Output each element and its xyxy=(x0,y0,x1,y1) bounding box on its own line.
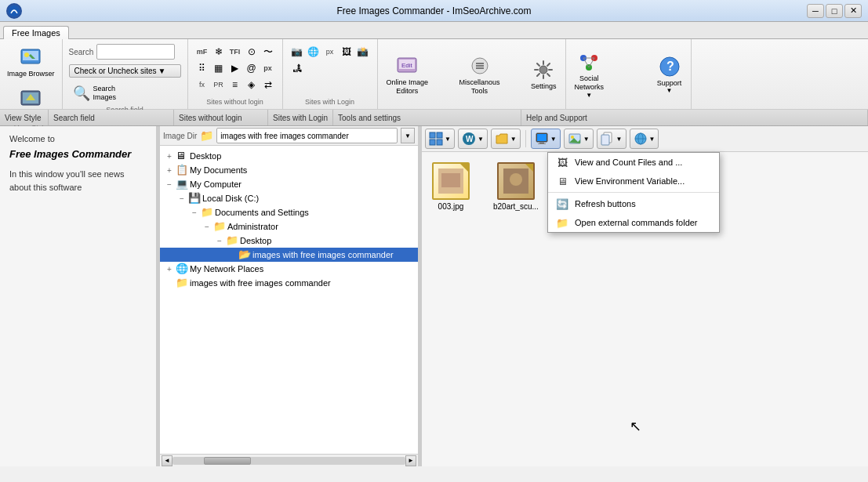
ctx-open-folder[interactable]: 📁 Open external commands folder xyxy=(548,213,719,232)
rp-wp-arrow: ▼ xyxy=(478,136,484,143)
scroll-left-arrow[interactable]: ◄ xyxy=(162,455,173,466)
tree-expander[interactable]: + xyxy=(163,152,176,161)
icon-lines[interactable]: ≡ xyxy=(227,77,243,92)
rp-globe-btn[interactable]: ▼ xyxy=(630,129,659,149)
tree-expander[interactable]: − xyxy=(188,208,201,217)
icon-mf[interactable]: mF xyxy=(194,44,210,60)
tree-label: Administrator xyxy=(227,222,278,231)
online-editors-btn[interactable]: Edit Online Image Editors xyxy=(384,51,431,98)
scrollbar-thumb[interactable] xyxy=(204,457,251,465)
tree-item[interactable]: 📁 images with free images commander xyxy=(160,276,418,290)
social-networks-label: Social Networks xyxy=(575,74,605,92)
icon-sl5[interactable]: 📸 xyxy=(355,44,371,60)
icon-dots[interactable]: ⠿ xyxy=(194,60,210,76)
sites-without-login-label: Sites without login xyxy=(206,98,263,106)
rp-grid-view-btn[interactable]: ▼ xyxy=(425,129,455,149)
icon-sl3[interactable]: px xyxy=(322,44,338,60)
tab-bar: Free Images xyxy=(0,22,868,39)
my-computer-icon: 💻 xyxy=(176,178,188,190)
scrollbar-track[interactable] xyxy=(173,457,405,465)
file-thumb-b20art[interactable]: b20art_scu... xyxy=(489,158,543,215)
ctx-refresh[interactable]: 🔄 Refresh buttons xyxy=(548,194,719,213)
fb-dropdown-btn[interactable]: ▼ xyxy=(401,128,415,143)
icon-snowflake[interactable]: ❄ xyxy=(211,44,227,60)
settings-label: Settings xyxy=(531,82,557,91)
rp-wordpress-btn[interactable]: W ▼ xyxy=(458,129,488,149)
icon-spiral[interactable]: @ xyxy=(244,60,260,76)
tree-label-selected: images with free images commander xyxy=(252,250,394,259)
icon-px[interactable]: px xyxy=(260,60,276,76)
tree-item[interactable]: − 📁 Documents and Settings xyxy=(160,205,418,219)
rp-folder-nav-btn[interactable]: ▼ xyxy=(491,129,521,149)
app-logo xyxy=(6,3,22,19)
icon-tf[interactable]: TFI xyxy=(227,44,243,60)
icon-sl1[interactable]: 📷 xyxy=(289,44,305,60)
tree-expander[interactable]: − xyxy=(201,223,213,231)
icon-arrow[interactable]: ▶ xyxy=(227,60,243,76)
rp-monitor-btn[interactable]: ▼ xyxy=(531,129,561,149)
icon-sl6[interactable]: 🏞 xyxy=(289,60,305,76)
tree-item[interactable]: − 📁 Administrator xyxy=(160,219,418,234)
ctx-view-count[interactable]: 🖼 View and Count Files and ... xyxy=(548,153,719,172)
icon-sl4[interactable]: 🖼 xyxy=(339,44,354,60)
search-input[interactable] xyxy=(96,44,175,60)
support-btn[interactable]: ? Support ▼ xyxy=(655,52,685,97)
icon-arrows[interactable]: ⇄ xyxy=(260,77,276,92)
tree-label: images with free images commander xyxy=(190,278,331,288)
tree-view[interactable]: + 🖥 Desktop + 📋 My Documents − 💻 My Comp… xyxy=(160,146,418,454)
icon-wave[interactable]: 〜 xyxy=(260,44,276,60)
tree-item[interactable]: + 📋 My Documents xyxy=(160,163,418,177)
fb-scrollbar-horizontal[interactable]: ◄ ► xyxy=(160,454,418,466)
tree-expander[interactable]: − xyxy=(163,180,176,189)
ctx-refresh-icon: 🔄 xyxy=(556,198,568,210)
icon-diamond[interactable]: ◈ xyxy=(244,77,260,92)
sites-with-login-section: Sites with Login xyxy=(268,110,333,125)
maximize-button[interactable]: □ xyxy=(826,4,843,18)
view-style-section: View Style xyxy=(0,110,49,125)
wordpress-icon: W xyxy=(462,132,476,146)
tree-expander[interactable]: − xyxy=(176,194,188,203)
tree-item-selected[interactable]: 📂 images with free images commander xyxy=(160,248,418,262)
ctx-view-count-label: View and Count Files and ... xyxy=(575,158,682,167)
rp-copy-arrow: ▼ xyxy=(616,136,623,143)
icon-pr[interactable]: PR xyxy=(211,77,227,92)
tree-item[interactable]: − 💾 Local Disk (C:) xyxy=(160,191,418,205)
fb-folder-icon: 📁 xyxy=(200,129,213,142)
tree-expander[interactable]: + xyxy=(163,265,176,274)
rp-image-btn[interactable]: ▼ xyxy=(564,129,594,149)
search-images-btn[interactable]: 🔍 Search Images xyxy=(69,82,181,104)
tree-label: Local Disk (C:) xyxy=(202,194,259,203)
support-icon: ? xyxy=(657,54,682,79)
file-thumb-003[interactable]: 003.jpg xyxy=(428,158,474,215)
scroll-right-arrow[interactable]: ► xyxy=(405,455,416,466)
tree-item[interactable]: + 🖥 Desktop xyxy=(160,149,418,163)
ctx-view-env[interactable]: 🖥 View Environment Variable... xyxy=(548,172,719,190)
tree-item[interactable]: − 📁 Desktop xyxy=(160,234,418,248)
main-area: Welcome to Free Images Commander In this… xyxy=(0,126,868,466)
close-button[interactable]: ✕ xyxy=(844,4,862,18)
check-uncheck-btn[interactable]: Check or Uncheck sites ▼ xyxy=(69,64,181,78)
icon-rect[interactable]: ▦ xyxy=(211,60,227,76)
tab-free-images[interactable]: Free Images xyxy=(3,26,69,39)
svg-text:?: ? xyxy=(666,60,674,73)
tree-expander[interactable]: + xyxy=(163,166,176,175)
image-browser-btn[interactable]: Image Browser xyxy=(5,42,57,81)
context-menu: 🖼 View and Count Files and ... 🖥 View En… xyxy=(547,152,720,233)
rp-grid-arrow: ▼ xyxy=(445,136,451,143)
search-field-group: Search Check or Uncheck sites ▼ 🔍 Search… xyxy=(63,39,188,109)
icon-sl2[interactable]: 🌐 xyxy=(306,44,321,60)
support-arrow: ▼ xyxy=(666,87,673,94)
tree-expander[interactable]: − xyxy=(213,237,226,245)
rp-copy-btn[interactable]: ▼ xyxy=(597,129,626,149)
fb-path-input[interactable] xyxy=(216,128,398,143)
minimize-button[interactable]: ─ xyxy=(807,4,824,18)
tree-item[interactable]: − 💻 My Computer xyxy=(160,177,418,191)
misc-tools-btn[interactable]: Miscellanous Tools xyxy=(457,51,503,98)
social-networks-btn[interactable]: Social Networks ▼ xyxy=(572,47,607,101)
icon-fx[interactable]: fx xyxy=(194,77,210,92)
ctx-open-folder-icon: 📁 xyxy=(556,216,568,229)
tree-item[interactable]: + 🌐 My Network Places xyxy=(160,262,418,276)
icon-circle[interactable]: ⊙ xyxy=(244,44,260,60)
settings-btn[interactable]: Settings xyxy=(528,55,559,93)
jpg-preview-b20art xyxy=(503,169,528,194)
